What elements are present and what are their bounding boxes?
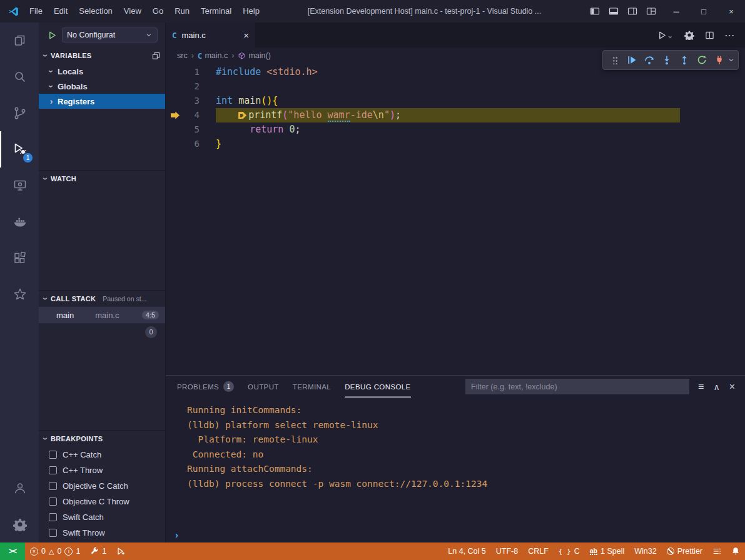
problems-status[interactable]: × 0 △ 0 i 1 xyxy=(25,542,85,560)
breakpoint-item[interactable]: Swift Catch xyxy=(39,509,165,525)
debug-toolbar-chevron-icon[interactable]: › xyxy=(729,57,735,63)
toggle-panel-icon[interactable] xyxy=(609,6,619,16)
glyph-margin[interactable] xyxy=(166,108,185,122)
step-over-icon[interactable] xyxy=(641,52,657,68)
code-line-3[interactable]: 3int main(){ xyxy=(166,94,745,108)
menu-file[interactable]: File xyxy=(24,3,48,19)
menu-selection[interactable]: Selection xyxy=(73,3,118,19)
minimize-button[interactable]: ─ xyxy=(662,0,690,22)
customize-layout-icon[interactable] xyxy=(646,6,656,16)
menu-edit[interactable]: Edit xyxy=(48,3,73,19)
breakpoint-checkbox[interactable] xyxy=(49,529,57,537)
split-editor-icon[interactable] xyxy=(705,31,714,40)
docker-icon[interactable] xyxy=(0,204,39,240)
breadcrumb-folder[interactable]: src xyxy=(177,51,188,60)
breakpoint-item[interactable]: C++ Catch xyxy=(39,447,165,462)
encoding-indicator[interactable]: UTF-8 xyxy=(491,542,523,560)
remote-explorer-icon[interactable] xyxy=(0,168,39,204)
code-line-2[interactable]: 2 xyxy=(166,79,745,94)
start-debugging-icon[interactable] xyxy=(48,31,57,40)
panel-tab-output[interactable]: OUTPUT xyxy=(248,376,279,398)
menu-run[interactable]: Run xyxy=(169,3,195,19)
continue-icon[interactable] xyxy=(624,52,640,68)
debug-configuration-dropdown[interactable]: No Configurat › xyxy=(62,28,158,42)
run-file-icon[interactable]: › xyxy=(657,31,674,40)
restart-icon[interactable] xyxy=(694,52,710,68)
editor-settings-gear-icon[interactable] xyxy=(684,30,694,40)
glyph-margin[interactable] xyxy=(166,122,185,137)
variables-header[interactable]: › VARIABLES xyxy=(39,48,165,64)
close-button[interactable]: × xyxy=(717,0,745,22)
menu-terminal[interactable]: Terminal xyxy=(195,3,237,19)
breadcrumb-symbol[interactable]: main() xyxy=(238,51,270,60)
breadcrumb-file[interactable]: C main.c xyxy=(198,51,228,61)
disconnect-icon[interactable] xyxy=(711,52,727,68)
accounts-icon[interactable] xyxy=(0,470,39,506)
variables-item-registers[interactable]: › Registers xyxy=(39,94,165,109)
eol-indicator[interactable]: CRLF xyxy=(523,542,554,560)
glyph-margin[interactable] xyxy=(166,94,185,108)
code-line-4[interactable]: 4 printf("hello wamr-ide\n"); xyxy=(166,108,745,122)
variables-item-globals[interactable]: › Globals xyxy=(39,79,165,94)
menu-help[interactable]: Help xyxy=(237,3,265,19)
panel-tab-problems[interactable]: PROBLEMS1 xyxy=(177,376,234,398)
console-filter-input[interactable] xyxy=(465,379,689,394)
step-into-icon[interactable] xyxy=(659,52,675,68)
panel-close-icon[interactable]: × xyxy=(729,381,735,392)
glyph-margin[interactable] xyxy=(166,65,185,79)
settings-gear-icon[interactable] xyxy=(0,506,39,542)
breakpoint-item[interactable]: Swift Throw xyxy=(39,525,165,541)
breakpoint-checkbox[interactable] xyxy=(49,513,57,521)
menu-go[interactable]: Go xyxy=(147,3,169,19)
platform-indicator[interactable]: Win32 xyxy=(629,542,661,560)
watch-header[interactable]: › WATCH xyxy=(39,171,165,187)
glyph-margin[interactable] xyxy=(166,137,185,151)
breakpoint-item[interactable]: Objective C Catch xyxy=(39,478,165,494)
tab-close-icon[interactable]: × xyxy=(243,31,249,40)
breakpoint-checkbox[interactable] xyxy=(49,482,57,490)
extensions-icon[interactable] xyxy=(0,240,39,276)
tasklist-status-icon[interactable] xyxy=(707,542,726,560)
tasks-status[interactable]: 1 xyxy=(85,542,111,560)
panel-tab-terminal[interactable]: TERMINAL xyxy=(293,376,331,398)
panel-filter-lines-icon[interactable]: ≡ xyxy=(698,381,704,392)
code-editor[interactable]: 1#include <stdio.h>23int main(){4 printf… xyxy=(166,64,745,375)
debug-status-icon[interactable] xyxy=(111,542,130,560)
step-out-icon[interactable] xyxy=(676,52,692,68)
language-indicator[interactable]: { } C xyxy=(554,542,585,560)
remote-indicator[interactable]: >< xyxy=(0,542,25,560)
run-and-debug-icon[interactable]: 1 xyxy=(0,131,39,168)
search-icon[interactable] xyxy=(0,59,39,95)
call-stack-header[interactable]: › CALL STACK Paused on st... xyxy=(39,291,165,307)
console-prompt-icon: › xyxy=(175,529,178,540)
cursor-position[interactable]: Ln 4, Col 5 xyxy=(443,542,490,560)
explorer-icon[interactable] xyxy=(0,22,39,59)
star-icon[interactable] xyxy=(0,276,39,312)
breakpoints-header[interactable]: › BREAKPOINTS xyxy=(39,431,165,447)
variables-view-icon[interactable] xyxy=(152,52,160,60)
more-actions-icon[interactable]: ··· xyxy=(725,31,735,40)
source-control-icon[interactable] xyxy=(0,95,39,131)
maximize-button[interactable]: □ xyxy=(690,0,717,22)
breakpoint-checkbox[interactable] xyxy=(49,466,57,474)
breakpoint-checkbox[interactable] xyxy=(49,451,57,459)
formatter-status[interactable]: Prettier xyxy=(662,542,707,560)
debug-console-input[interactable]: › xyxy=(166,526,745,542)
code-line-5[interactable]: 5 return 0; xyxy=(166,122,745,137)
panel-tab-debug-console[interactable]: DEBUG CONSOLE xyxy=(345,376,411,398)
variables-item-locals[interactable]: › Locals xyxy=(39,64,165,79)
stack-frame-row[interactable]: main main.c 4:5 xyxy=(39,307,165,323)
notifications-bell-icon[interactable] xyxy=(726,542,745,560)
toggle-sidebar-icon[interactable] xyxy=(590,6,600,16)
tab-main-c[interactable]: C main.c × xyxy=(166,22,255,48)
spell-checker-status[interactable]: ab 1 Spell xyxy=(585,542,630,560)
breakpoint-checkbox[interactable] xyxy=(49,498,57,506)
breakpoint-item[interactable]: C++ Throw xyxy=(39,462,165,478)
breakpoint-item[interactable]: Objective C Throw xyxy=(39,494,165,509)
toolbar-drag-handle[interactable] xyxy=(606,52,622,68)
panel-maximize-icon[interactable]: ∧ xyxy=(713,382,719,392)
glyph-margin[interactable] xyxy=(166,79,185,94)
code-line-6[interactable]: 6} xyxy=(166,137,745,151)
menu-view[interactable]: View xyxy=(118,3,147,19)
toggle-secondary-sidebar-icon[interactable] xyxy=(627,6,637,16)
